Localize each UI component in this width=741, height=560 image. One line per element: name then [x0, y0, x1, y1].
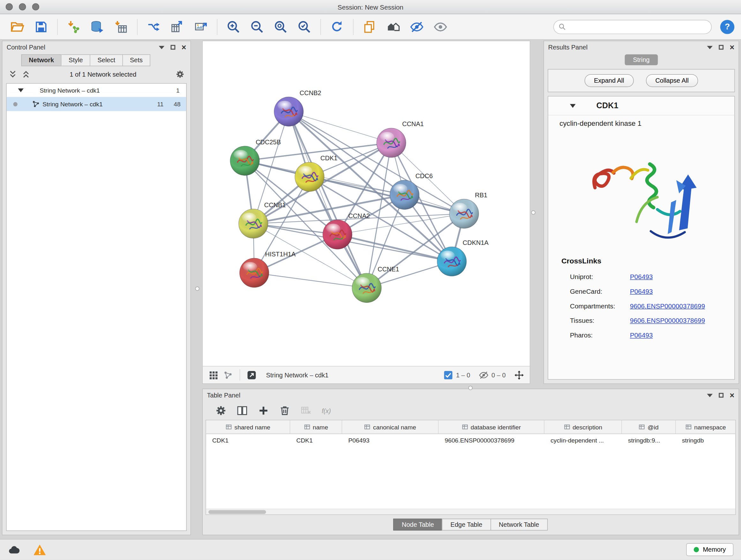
network-node-CCNA1[interactable]: [377, 128, 406, 158]
scrollbar-thumb[interactable]: [208, 510, 266, 514]
column-header-shared-name[interactable]: shared name: [206, 420, 290, 433]
collapse-panel-icon[interactable]: [707, 394, 713, 397]
tab-string[interactable]: String: [625, 54, 658, 65]
collapse-panel-icon[interactable]: [707, 46, 713, 49]
float-panel-icon[interactable]: [719, 45, 724, 50]
tab-network-table[interactable]: Network Table: [490, 519, 548, 531]
network-from-table-button[interactable]: [166, 17, 188, 37]
close-panel-icon[interactable]: ×: [730, 391, 735, 399]
cell-shared-name[interactable]: CDK1: [206, 437, 290, 444]
network-edge[interactable]: [289, 111, 391, 143]
collapse-all-rows-icon[interactable]: [21, 70, 31, 79]
column-header-description[interactable]: description: [544, 420, 622, 433]
warning-icon[interactable]: [33, 543, 46, 556]
tissues-link[interactable]: 9606.ENSP00000378699: [630, 316, 705, 324]
open-in-window-icon[interactable]: [247, 370, 257, 380]
network-node-CDC6[interactable]: [390, 180, 419, 209]
bottom-splitter-handle[interactable]: [468, 386, 473, 390]
zoom-in-button[interactable]: [222, 17, 244, 37]
copy-button[interactable]: [359, 17, 381, 37]
delete-column-trash-icon[interactable]: [279, 405, 291, 417]
grid-view-icon[interactable]: [208, 370, 218, 380]
tab-sets[interactable]: Sets: [123, 54, 150, 66]
open-session-button[interactable]: [7, 17, 28, 37]
network-canvas[interactable]: CCNB2CCNA1CDC25BCDK1CDC6RB1CCNB1CCNA2CDK…: [203, 41, 530, 366]
gear-icon[interactable]: [175, 70, 185, 79]
network-node-CCNA2[interactable]: [323, 220, 352, 249]
tree-expander-icon[interactable]: [18, 88, 23, 92]
expand-all-rows-icon[interactable]: [8, 70, 17, 79]
merge-networks-button[interactable]: [143, 17, 164, 37]
network-edge[interactable]: [289, 111, 464, 213]
table-settings-gear-icon[interactable]: [215, 405, 227, 417]
compartments-link[interactable]: 9606.ENSP00000378699: [630, 302, 705, 310]
close-panel-icon[interactable]: ×: [730, 43, 735, 51]
network-node-CCNB1[interactable]: [239, 209, 268, 239]
hide-selected-button[interactable]: [406, 17, 428, 37]
network-edge[interactable]: [254, 273, 367, 288]
network-overview-icon[interactable]: [223, 370, 233, 380]
network-node-CCNE1[interactable]: [352, 273, 381, 303]
network-edge[interactable]: [337, 235, 452, 261]
column-header-canonical-name[interactable]: canonical name: [342, 420, 439, 433]
zoom-selected-button[interactable]: [293, 17, 315, 37]
left-splitter-handle[interactable]: [195, 287, 199, 291]
right-splitter-handle[interactable]: [531, 210, 535, 214]
cell-description[interactable]: cyclin-dependent ...: [544, 437, 622, 444]
close-panel-icon[interactable]: ×: [182, 43, 186, 51]
tab-edge-table[interactable]: Edge Table: [442, 519, 491, 531]
search-input[interactable]: [568, 23, 706, 30]
tab-style[interactable]: Style: [62, 54, 90, 66]
import-table-button[interactable]: [110, 17, 132, 37]
expand-all-button[interactable]: Expand All: [585, 74, 634, 87]
cell-id[interactable]: stringdb:9...: [622, 437, 676, 444]
zoom-out-button[interactable]: [246, 17, 268, 37]
show-all-button[interactable]: [429, 17, 451, 37]
tab-node-table[interactable]: Node Table: [393, 519, 442, 531]
fit-content-crosshair-icon[interactable]: [514, 370, 524, 380]
column-header-namespace[interactable]: namespace: [676, 420, 736, 433]
network-node-HIST1H1A[interactable]: [240, 258, 269, 288]
network-node-CDKN1A[interactable]: [437, 247, 467, 276]
tab-select[interactable]: Select: [90, 54, 123, 66]
uniprot-link[interactable]: P06493: [630, 273, 653, 280]
minimize-window-button[interactable]: [19, 3, 26, 10]
cell-namespace[interactable]: stringdb: [676, 437, 736, 444]
cell-name[interactable]: CDK1: [290, 437, 342, 444]
close-window-button[interactable]: [6, 3, 13, 10]
collapse-section-icon[interactable]: [570, 104, 576, 108]
import-network-database-button[interactable]: [86, 17, 108, 37]
import-network-file-button[interactable]: [63, 17, 84, 37]
horizontal-scrollbar[interactable]: [206, 509, 736, 514]
add-column-icon[interactable]: [258, 405, 269, 417]
cloud-icon[interactable]: [8, 543, 21, 556]
save-session-button[interactable]: [30, 17, 52, 37]
float-panel-icon[interactable]: [171, 45, 176, 50]
hidden-eye-slash-icon[interactable]: [479, 370, 488, 380]
export-image-button[interactable]: [190, 17, 212, 37]
table-row[interactable]: CDK1 CDK1 P06493 9606.ENSP00000378699 cy…: [206, 434, 736, 447]
genecard-link[interactable]: P06493: [630, 287, 653, 295]
show-columns-icon[interactable]: [236, 405, 248, 417]
maximize-window-button[interactable]: [32, 3, 39, 10]
collapse-panel-icon[interactable]: [159, 46, 165, 49]
column-header-name[interactable]: name: [290, 420, 342, 433]
network-node-CCNB2[interactable]: [274, 97, 304, 126]
network-node-CDK1[interactable]: [295, 162, 324, 192]
cell-database-identifier[interactable]: 9606.ENSP00000378699: [439, 437, 544, 444]
help-icon[interactable]: ?: [720, 19, 734, 34]
refresh-button[interactable]: [326, 17, 348, 37]
home-button[interactable]: [382, 17, 404, 37]
selected-checkbox-icon[interactable]: [443, 370, 453, 380]
network-row-selected[interactable]: String Network – cdk1 11 48: [7, 97, 186, 111]
pharos-link[interactable]: P06493: [630, 331, 653, 339]
network-edge[interactable]: [289, 111, 367, 288]
zoom-fit-button[interactable]: [270, 17, 292, 37]
float-panel-icon[interactable]: [719, 393, 724, 398]
network-collection-row[interactable]: String Network – cdk1 1: [7, 84, 186, 97]
tab-network[interactable]: Network: [21, 54, 62, 66]
network-node-RB1[interactable]: [449, 199, 479, 228]
collapse-all-button[interactable]: Collapse All: [646, 74, 698, 87]
cell-canonical-name[interactable]: P06493: [342, 437, 439, 444]
protein-card-header[interactable]: CDK1: [548, 97, 734, 115]
